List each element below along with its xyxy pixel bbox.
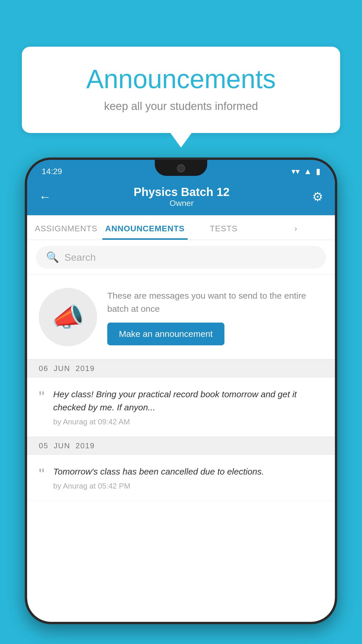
megaphone-circle: 📣	[39, 288, 97, 346]
silent-button	[25, 242, 27, 265]
speech-bubble-section: Announcements keep all your students inf…	[22, 47, 340, 133]
quote-icon-2: "	[39, 466, 45, 482]
phone-mockup: 14:29 ▾▾ ▲ ▮ ← Physics Batch 12 Owner ⚙ …	[25, 158, 337, 644]
tab-tests[interactable]: TESTS	[188, 215, 260, 240]
settings-icon[interactable]: ⚙	[312, 190, 323, 204]
tab-assignments[interactable]: ASSIGNMENTS	[30, 215, 102, 240]
search-bar[interactable]: 🔍 Search	[36, 246, 326, 269]
app-bar-subtitle: Owner	[51, 199, 312, 208]
phone-notch	[155, 160, 207, 176]
announcement-text-1: Hey class! Bring your practical record b…	[53, 388, 323, 414]
battery-icon: ▮	[316, 167, 320, 176]
status-time: 14:29	[42, 167, 62, 176]
phone-body: 14:29 ▾▾ ▲ ▮ ← Physics Batch 12 Owner ⚙ …	[25, 158, 337, 624]
app-bar-title-group: Physics Batch 12 Owner	[51, 186, 312, 208]
wifi-icon: ▾▾	[291, 167, 300, 176]
promo-content: These are messages you want to send to t…	[107, 289, 323, 345]
announcement-content-2: Tomorrow's class has been cancelled due …	[53, 465, 323, 491]
volume-up-button	[25, 274, 27, 309]
phone-screen: 14:29 ▾▾ ▲ ▮ ← Physics Batch 12 Owner ⚙ …	[27, 160, 335, 622]
announcement-meta-2: by Anurag at 05:42 PM	[53, 482, 323, 491]
app-bar: ← Physics Batch 12 Owner ⚙	[27, 180, 335, 215]
search-section: 🔍 Search	[27, 240, 335, 275]
phone-camera	[177, 164, 185, 172]
quote-icon-1: "	[39, 389, 45, 405]
announcement-text-2: Tomorrow's class has been cancelled due …	[53, 465, 323, 478]
bubble-title: Announcements	[45, 64, 317, 94]
make-announcement-button[interactable]: Make an announcement	[107, 323, 224, 345]
signal-icon: ▲	[304, 167, 312, 176]
tab-announcements[interactable]: ANNOUNCEMENTS	[102, 215, 188, 240]
speech-bubble-card: Announcements keep all your students inf…	[22, 47, 340, 133]
announcement-item-2[interactable]: " Tomorrow's class has been cancelled du…	[27, 455, 335, 501]
status-icons: ▾▾ ▲ ▮	[291, 167, 320, 176]
announcement-content-1: Hey class! Bring your practical record b…	[53, 388, 323, 426]
back-button[interactable]: ←	[39, 190, 51, 204]
tab-more[interactable]: ›	[260, 215, 332, 240]
search-icon: 🔍	[46, 251, 59, 263]
promo-text: These are messages you want to send to t…	[107, 289, 323, 315]
power-button	[335, 262, 337, 297]
announcement-meta-1: by Anurag at 09:42 AM	[53, 417, 323, 426]
date-separator-2: 05 JUN 2019	[27, 437, 335, 455]
megaphone-icon: 📣	[52, 302, 84, 332]
search-placeholder: Search	[64, 252, 96, 263]
promo-section: 📣 These are messages you want to send to…	[27, 275, 335, 360]
tabs-bar: ASSIGNMENTS ANNOUNCEMENTS TESTS ›	[27, 215, 335, 240]
announcement-item-1[interactable]: " Hey class! Bring your practical record…	[27, 377, 335, 437]
app-bar-title: Physics Batch 12	[51, 186, 312, 199]
date-separator-1: 06 JUN 2019	[27, 360, 335, 377]
volume-down-button	[25, 317, 27, 352]
bubble-subtitle: keep all your students informed	[45, 100, 317, 113]
